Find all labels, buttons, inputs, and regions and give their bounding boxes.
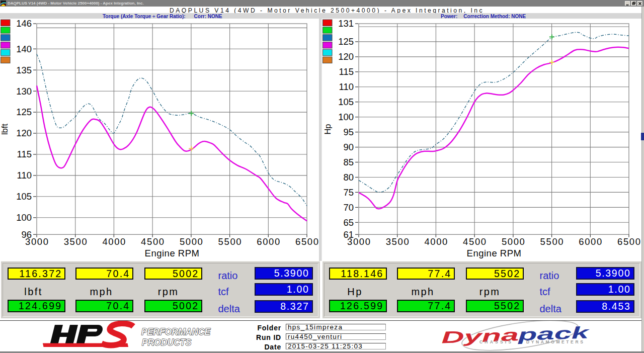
svg-text:100: 100 — [338, 112, 354, 122]
svg-text:CHASSIS: CHASSIS — [479, 339, 513, 344]
svg-text:135: 135 — [16, 65, 32, 75]
svg-text:lbft: lbft — [0, 124, 9, 135]
svg-text:5000: 5000 — [502, 236, 526, 247]
svg-text:80: 80 — [343, 172, 354, 183]
svg-text:110: 110 — [339, 81, 354, 92]
svg-text:100: 100 — [16, 212, 32, 223]
svg-text:125: 125 — [338, 36, 354, 47]
svg-text:PRODUCTS: PRODUCTS — [142, 337, 192, 347]
svg-text:90: 90 — [343, 142, 354, 152]
svg-text:3500: 3500 — [64, 236, 88, 247]
svg-text:61: 61 — [343, 229, 354, 240]
svg-text:DYNAMOMETERS: DYNAMOMETERS — [526, 339, 585, 344]
svg-text:96: 96 — [21, 229, 32, 240]
svg-text:75: 75 — [343, 187, 354, 198]
svg-text:95: 95 — [343, 127, 354, 137]
svg-text:Engine RPM: Engine RPM — [145, 248, 200, 258]
svg-text:65: 65 — [343, 217, 354, 228]
svg-text:130: 130 — [16, 86, 32, 97]
svg-text:131: 131 — [338, 19, 354, 29]
svg-text:4000: 4000 — [102, 236, 126, 247]
svg-text:85: 85 — [343, 157, 354, 167]
svg-text:140: 140 — [16, 44, 32, 54]
svg-text:5500: 5500 — [540, 236, 565, 247]
svg-text:Engine RPM: Engine RPM — [467, 248, 522, 258]
svg-text:4000: 4000 — [424, 236, 448, 247]
svg-text:120: 120 — [338, 51, 354, 62]
svg-text:6000: 6000 — [257, 236, 281, 247]
svg-text:Hp: Hp — [323, 124, 332, 134]
svg-text:105: 105 — [338, 97, 354, 107]
svg-text:125: 125 — [16, 107, 32, 117]
svg-text:105: 105 — [16, 191, 32, 202]
svg-text:6500: 6500 — [617, 236, 641, 247]
svg-text:4500: 4500 — [463, 236, 487, 247]
svg-text:5000: 5000 — [180, 236, 204, 247]
svg-text:70: 70 — [343, 202, 354, 213]
svg-text:4500: 4500 — [141, 236, 165, 247]
svg-text:PERFORMANCE: PERFORMANCE — [141, 327, 211, 337]
svg-text:115: 115 — [339, 66, 354, 77]
svg-text:5500: 5500 — [218, 236, 243, 247]
svg-text:110: 110 — [17, 170, 32, 181]
svg-text:115: 115 — [17, 149, 32, 159]
svg-text:3500: 3500 — [386, 236, 410, 247]
svg-text:146: 146 — [16, 19, 32, 29]
svg-text:120: 120 — [16, 128, 32, 138]
svg-text:6000: 6000 — [579, 236, 603, 247]
svg-text:6500: 6500 — [295, 236, 319, 247]
